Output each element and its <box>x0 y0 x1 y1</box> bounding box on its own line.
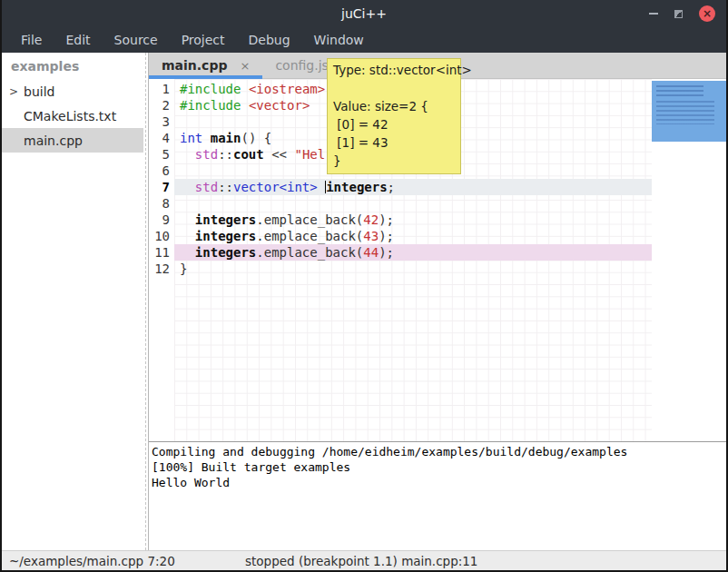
menubar: FileEditSourceProjectDebugWindow <box>2 27 726 53</box>
file-tree: > build CMakeLists.txt main.cpp <box>2 79 143 153</box>
status-file-location: ~/examples/main.cpp 7:20 <box>9 554 175 568</box>
menu-item[interactable]: Edit <box>54 27 102 53</box>
menu-item[interactable]: Source <box>103 27 170 53</box>
code-line[interactable]: std::vector<int> integers; <box>174 179 652 195</box>
file-tree-sidebar: examples > build CMakeLists.txt <box>2 53 143 550</box>
restore-icon[interactable] <box>674 10 683 18</box>
tree-item[interactable]: main.cpp <box>2 128 143 153</box>
line-number[interactable]: 8 <box>149 195 170 212</box>
tab-close-icon[interactable]: × <box>240 59 250 73</box>
build-output-terminal[interactable]: Compiling and debugging /home/eidheim/ex… <box>149 441 726 550</box>
code-token-type: vector<int> <box>233 180 318 194</box>
status-debug-state: stopped (breakpoint 1.1) main.cpp:11 <box>245 554 477 568</box>
line-number[interactable]: 11 <box>149 244 170 261</box>
line-number[interactable]: 5 <box>149 146 170 163</box>
code-token-str: <vector> <box>249 98 310 113</box>
menu-item[interactable]: File <box>9 27 54 53</box>
code-token-kw: int <box>180 131 202 145</box>
line-number[interactable]: 2 <box>149 97 170 113</box>
line-number[interactable]: 12 <box>149 261 170 277</box>
line-number[interactable]: 7 <box>149 179 170 195</box>
code-token-pp: #include <box>180 98 241 113</box>
project-root-label: examples <box>2 53 143 79</box>
menu-item[interactable]: Debug <box>237 27 302 53</box>
terminal-line: Hello World <box>152 475 723 490</box>
tab-label: main.cpp <box>162 58 227 73</box>
terminal-line: Compiling and debugging /home/eidheim/ex… <box>152 444 723 459</box>
tree-item-label: build <box>24 84 54 99</box>
menu-item[interactable]: Project <box>170 27 237 53</box>
line-number-gutter[interactable]: 123456789101112 <box>149 79 174 441</box>
code-token-str: <iostream> <box>249 82 325 96</box>
code-line[interactable]: integers.emplace_back(43); <box>174 228 652 244</box>
code-token-fn: main <box>211 131 241 145</box>
code-token-var: integers <box>195 245 256 260</box>
code-token-fn: cout <box>233 147 264 162</box>
minimap-code-lines <box>656 85 703 96</box>
line-number[interactable]: 6 <box>149 163 170 179</box>
tooltip-line <box>333 79 455 97</box>
code-token-num: 42 <box>363 212 379 227</box>
line-number[interactable]: 1 <box>149 81 170 97</box>
code-line[interactable]: integers.emplace_back(44); <box>174 244 652 261</box>
terminal-line: [100%] Built target examples <box>152 459 723 475</box>
minimap-viewport[interactable] <box>652 81 726 142</box>
window-controls: × <box>649 0 715 27</box>
line-number[interactable]: 10 <box>149 228 170 244</box>
editor-pane: main.cpp × config.json 123456789101112 #… <box>148 53 726 550</box>
line-number[interactable]: 9 <box>149 212 170 228</box>
body: examples > build CMakeLists.txt <box>2 53 726 550</box>
titlebar[interactable]: juCi++ × <box>2 0 726 27</box>
line-number[interactable]: 4 <box>149 130 170 146</box>
code-line[interactable]: } <box>174 261 652 277</box>
minimap[interactable] <box>652 79 726 441</box>
code-line[interactable]: integers.emplace_back(42); <box>174 212 652 228</box>
tooltip-line: [1] = 43 <box>333 133 455 152</box>
code-token-num: 44 <box>363 245 379 260</box>
code-token-ns: std <box>195 180 218 194</box>
minimize-icon[interactable] <box>649 13 658 15</box>
chevron-right-icon[interactable]: > <box>9 85 24 98</box>
tooltip-line: Value: size=2 { <box>333 97 455 115</box>
tree-item-label: CMakeLists.txt <box>24 109 116 123</box>
app-window: juCi++ × FileEditSourceProjectDebugWindo… <box>0 0 728 572</box>
tooltip-line: Type: std::vector<int> <box>333 61 455 79</box>
code-token-var: integers <box>195 229 256 243</box>
close-icon[interactable]: × <box>699 5 715 22</box>
code-token-str: "Hel <box>294 147 325 162</box>
code-token-var: integers <box>195 212 256 227</box>
tree-item-label: main.cpp <box>24 133 83 148</box>
editor-tab[interactable]: main.cpp × <box>149 53 262 78</box>
line-number[interactable]: 3 <box>149 113 170 130</box>
tree-item[interactable]: > build <box>2 79 143 104</box>
tooltip-line: [0] = 42 <box>333 115 455 133</box>
statusbar: ~/examples/main.cpp 7:20 stopped (breakp… <box>2 550 726 570</box>
window-title: juCi++ <box>2 0 726 27</box>
code-token-num: 43 <box>363 229 379 243</box>
code-token-var: integers <box>326 180 387 194</box>
code-token-pp: #include <box>180 82 241 96</box>
minimap-code-lines <box>656 101 714 124</box>
debug-value-tooltip: Type: std::vector<int>Value: size=2 { [0… <box>327 58 461 174</box>
tooltip-line: } <box>333 152 455 170</box>
code-line[interactable] <box>174 195 652 212</box>
tree-item[interactable]: CMakeLists.txt <box>2 104 143 128</box>
code-token-ns: std <box>195 147 218 162</box>
menu-item[interactable]: Window <box>302 27 376 53</box>
